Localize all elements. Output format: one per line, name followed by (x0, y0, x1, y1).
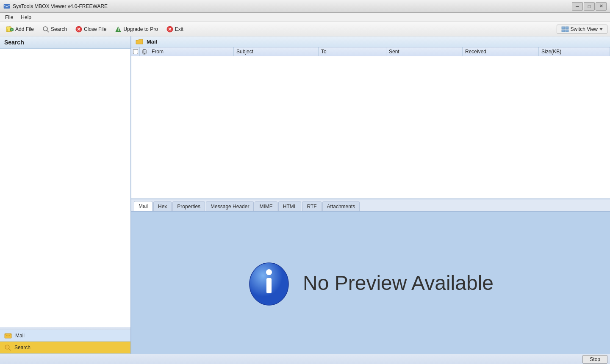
col-attachment (140, 47, 149, 56)
col-subject: Subject (234, 47, 319, 56)
add-file-button[interactable]: + Add File (3, 25, 37, 34)
svg-point-23 (266, 269, 272, 275)
right-panel: Mail From Subject To Sent (131, 36, 610, 354)
sidebar-bottom: Mail Search (0, 330, 130, 354)
app-icon (3, 3, 10, 10)
attachment-icon (142, 49, 147, 55)
svg-point-20 (5, 345, 9, 349)
svg-rect-24 (266, 278, 272, 293)
svg-rect-16 (562, 30, 565, 32)
tab-attachments[interactable]: Attachments (322, 201, 360, 211)
no-preview-icon (248, 259, 290, 306)
sidebar-resize-divider[interactable] (0, 327, 130, 330)
tab-mime[interactable]: MIME (255, 201, 277, 211)
minimize-button[interactable]: ─ (572, 2, 583, 11)
mail-list-area[interactable] (131, 56, 610, 199)
mail-panel-title: Mail (147, 39, 157, 45)
svg-rect-14 (562, 27, 565, 29)
title-controls: ─ □ ✕ (572, 2, 607, 11)
toolbar: + Add File Search Close File Upgrade to … (0, 22, 610, 36)
sidebar-item-mail[interactable]: Mail (0, 330, 130, 342)
no-preview-text: No Preview Available (303, 271, 494, 295)
tab-message-header[interactable]: Message Header (206, 201, 254, 211)
mail-nav-label: Mail (15, 333, 25, 339)
svg-line-5 (47, 30, 49, 32)
close-button[interactable]: ✕ (596, 2, 607, 11)
svg-rect-1 (6, 27, 11, 32)
search-button[interactable]: Search (39, 25, 70, 34)
mail-folder-icon (136, 39, 143, 45)
sidebar-content (0, 49, 130, 327)
svg-marker-18 (599, 28, 603, 30)
search-nav-icon (4, 344, 11, 351)
search-nav-label: Search (14, 345, 30, 350)
menu-bar: File Help (0, 13, 610, 22)
switch-view-button[interactable]: Switch View (557, 25, 607, 34)
close-file-label: Close File (84, 26, 106, 32)
main-area: Search Mail Search (0, 36, 610, 354)
svg-point-4 (43, 27, 47, 31)
col-to: To (319, 47, 386, 56)
switch-view-label: Switch View (571, 26, 598, 32)
exit-label: Exit (175, 26, 183, 32)
col-sent: Sent (386, 47, 463, 56)
switch-view-icon (561, 26, 569, 32)
svg-rect-17 (566, 30, 568, 32)
menu-help[interactable]: Help (17, 14, 35, 21)
exit-icon (166, 26, 173, 33)
search-icon (42, 26, 49, 33)
preview-tabs: Mail Hex Properties Message Header MIME … (131, 199, 610, 212)
upgrade-button[interactable]: Upgrade to Pro (111, 25, 161, 34)
title-text: SysTools MBOX Viewer v4.0-FREEWARE (3, 3, 108, 10)
close-file-button[interactable]: Close File (72, 25, 110, 34)
status-bar: Stop (0, 354, 610, 364)
tab-properties[interactable]: Properties (172, 201, 205, 211)
svg-rect-0 (4, 4, 10, 8)
search-label: Search (51, 26, 67, 32)
col-from: From (149, 47, 234, 56)
tab-html[interactable]: HTML (278, 201, 302, 211)
svg-line-21 (9, 349, 11, 350)
mail-nav-icon (4, 333, 12, 339)
tab-mail[interactable]: Mail (134, 201, 152, 211)
svg-text:+: + (11, 28, 13, 32)
upgrade-icon (115, 26, 122, 33)
menu-file[interactable]: File (2, 14, 17, 21)
maximize-button[interactable]: □ (584, 2, 595, 11)
mail-panel-header: Mail (131, 36, 610, 47)
mail-table-header: From Subject To Sent Received Size(KB) (131, 47, 610, 56)
add-file-label: Add File (15, 26, 34, 32)
upgrade-label: Upgrade to Pro (123, 26, 158, 32)
svg-rect-15 (566, 27, 568, 29)
tab-hex[interactable]: Hex (153, 201, 172, 211)
title-bar: SysTools MBOX Viewer v4.0-FREEWARE ─ □ ✕ (0, 0, 610, 13)
close-file-icon (75, 26, 82, 33)
exit-button[interactable]: Exit (163, 25, 187, 34)
info-icon (248, 259, 290, 306)
select-all-checkbox[interactable] (133, 49, 138, 54)
col-received: Received (463, 47, 539, 56)
tab-rtf[interactable]: RTF (302, 201, 321, 211)
col-checkbox (131, 47, 140, 56)
dropdown-arrow-icon (599, 28, 603, 30)
svg-rect-19 (5, 334, 11, 338)
sidebar: Search Mail Search (0, 36, 131, 354)
col-size: Size(KB) (539, 47, 610, 56)
sidebar-header: Search (0, 36, 130, 49)
stop-button[interactable]: Stop (582, 355, 607, 364)
add-file-icon: + (6, 26, 14, 33)
app-title: SysTools MBOX Viewer v4.0-FREEWARE (13, 3, 108, 9)
preview-content: No Preview Available (131, 212, 610, 354)
sidebar-item-search[interactable]: Search (0, 342, 130, 354)
